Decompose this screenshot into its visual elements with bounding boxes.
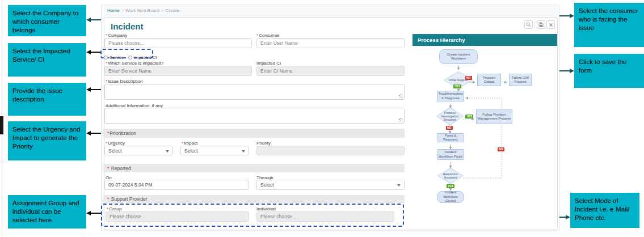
callout-save: Click to save the form <box>574 54 644 88</box>
breadcrumb-separator: > <box>161 8 164 13</box>
impact-select[interactable]: Select <box>180 146 249 155</box>
slide-edge-artifact <box>0 116 3 134</box>
save-icon <box>538 22 544 27</box>
breadcrumb-separator: > <box>121 8 124 13</box>
breadcrumb: Home>Work Item Board>Create <box>107 8 179 13</box>
consumer-arrowhead <box>570 14 574 18</box>
through-select[interactable]: Select <box>256 180 405 190</box>
callout-prioritization: Select the Urgency and Impact to generat… <box>8 121 86 160</box>
save-arrowhead <box>570 69 574 73</box>
service-radio-label[interactable]: Service <box>110 55 124 60</box>
group-field[interactable]: Please choose... <box>106 211 249 222</box>
breadcrumb-home[interactable]: Home <box>107 8 119 13</box>
urgency-label: *Urgency <box>106 141 125 146</box>
close-icon <box>549 23 553 27</box>
company-field[interactable]: Please choose... <box>104 38 252 48</box>
reported-section-header: * Reported <box>103 164 405 172</box>
service-name-field: Enter Service Name <box>104 66 252 76</box>
additional-info-textarea[interactable] <box>104 108 405 124</box>
resize-grip-icon[interactable] <box>399 94 403 98</box>
consumer-field[interactable]: Enter User Name <box>256 38 405 48</box>
callout-issue-description: Provide the issue description <box>8 83 86 116</box>
search-icon <box>526 22 531 27</box>
badge-no-investigation: NO <box>446 126 453 130</box>
chevron-down-icon <box>242 150 245 153</box>
flow-node-follow-cim: Follow CIM Process <box>509 74 532 86</box>
chevron-down-icon <box>166 150 169 153</box>
badge-no-resolution: NO <box>498 147 504 151</box>
close-button[interactable] <box>546 20 555 29</box>
callout-assignment: Assignment Group and individual can be s… <box>8 195 86 228</box>
toolbar-divider <box>534 21 535 28</box>
badge-yes-initial: YES <box>453 84 461 88</box>
flow-node-investigation: Problem Investigation Required <box>436 107 464 125</box>
save-button[interactable] <box>537 20 545 29</box>
flow-node-propose-critical: Propose Critical <box>477 74 501 86</box>
reported-on-field[interactable]: 09-07-2024 5:04 PM <box>104 180 249 190</box>
callout-mode: Select Mode of Incident i.e. e-Mail/ Pho… <box>570 193 639 228</box>
process-hierarchy-flowchart <box>413 46 557 207</box>
impacted-ci-radio[interactable] <box>128 56 132 60</box>
individual-field[interactable]: Please choose... <box>256 211 394 222</box>
service-radio-group: ServiceImpacted CI <box>104 51 161 61</box>
badge-no-initial: NO <box>465 76 472 80</box>
consumer-label: *Consumer <box>256 33 280 38</box>
flow-node-workitem-fixed: Incident WorkItem Fixed <box>437 149 464 160</box>
flow-node-resolution: Resolution Accepted <box>437 168 464 184</box>
mode-arrowhead <box>566 215 570 219</box>
priority-field <box>256 146 405 155</box>
service-radio[interactable] <box>104 56 108 60</box>
ci-name-field: Enter CI Name <box>256 66 405 76</box>
service-line <box>90 52 102 53</box>
flow-node-problem-mgmt: Follow Problem Management Process <box>476 109 512 124</box>
resize-grip-icon[interactable] <box>399 118 403 122</box>
badge-yes-resolution: YES <box>447 184 454 188</box>
issue-description-label: *Issue Description <box>106 79 142 84</box>
flowchart-connectors <box>413 46 557 207</box>
search-button[interactable] <box>524 20 533 29</box>
impact-label: *Impact <box>182 141 197 146</box>
chevron-down-icon <box>397 184 401 187</box>
prioritization-section-header: *Prioritization <box>103 129 405 138</box>
breadcrumb-create: Create <box>166 8 179 13</box>
group-label: *Group <box>107 206 121 211</box>
flow-node-closed: Incident WorkItem Closed <box>437 191 464 203</box>
support-provider-section-header: * Support Provider <box>103 195 405 203</box>
badge-yes-investigation: YES <box>465 115 473 118</box>
flow-node-fixed-recovery: Fixed & Recovery <box>437 133 464 142</box>
impacted-ci-label: Impacted CI <box>256 61 281 66</box>
callout-company: Select the Company to which consumer bel… <box>8 5 86 36</box>
issue-description-textarea[interactable] <box>104 84 405 100</box>
breadcrumb-work-item-board[interactable]: Work Item Board <box>125 8 159 13</box>
callout-consumer: Select the consumer who is facing the is… <box>574 3 644 47</box>
priority-label: Priority <box>256 141 271 146</box>
company-label: *Company <box>106 33 127 38</box>
process-hierarchy-header: Process Hierarchy <box>413 34 557 46</box>
urgency-select[interactable]: Select <box>104 146 173 155</box>
flow-node-troubleshooting: Troubleshooting & Diagnosis <box>437 91 464 101</box>
screenshot-root: Select the Company to which consumer bel… <box>0 0 644 237</box>
impacted-ci-radio-label[interactable]: Impacted CI <box>134 55 157 60</box>
individual-label: Individual <box>256 206 276 211</box>
which-service-label: *Which Service is impacted? <box>106 61 163 66</box>
flow-node-create: Create Incident WorkItem <box>439 49 478 64</box>
callout-service-ci: Select the Impacted Service/ CI <box>8 43 86 77</box>
page-title: Incident <box>111 22 144 31</box>
